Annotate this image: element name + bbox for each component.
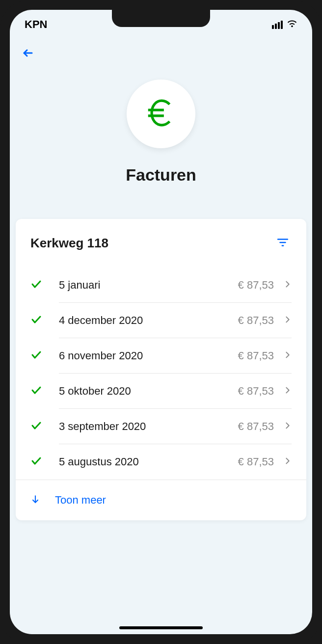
page-title: Facturen xyxy=(126,165,196,185)
invoice-date: 4 december 2020 xyxy=(59,314,238,327)
card-header: Kerkweg 118 xyxy=(16,219,306,268)
euro-icon xyxy=(144,96,178,132)
invoice-date: 5 januari xyxy=(59,279,238,292)
chevron-right-icon xyxy=(284,457,292,467)
nav-bar xyxy=(10,34,312,70)
invoice-amount: € 87,53 xyxy=(238,314,274,327)
header-icon-circle xyxy=(127,80,195,148)
phone-frame: KPN xyxy=(0,0,322,644)
card-title: Kerkweg 118 xyxy=(30,236,108,251)
invoice-item[interactable]: 3 september 2020 € 87,53 xyxy=(16,409,306,444)
home-indicator[interactable] xyxy=(119,626,203,629)
chevron-right-icon xyxy=(284,422,292,431)
check-icon xyxy=(30,349,44,363)
invoice-item[interactable]: 6 november 2020 € 87,53 xyxy=(16,338,306,374)
chevron-right-icon xyxy=(284,386,292,396)
invoices-card: Kerkweg 118 5 januari € 87,53 xyxy=(16,219,306,520)
invoice-item[interactable]: 5 augustus 2020 € 87,53 xyxy=(16,444,306,480)
signal-icon xyxy=(272,21,283,29)
wifi-icon xyxy=(287,18,297,31)
invoice-date: 5 oktober 2020 xyxy=(59,385,238,398)
chevron-right-icon xyxy=(284,351,292,361)
show-more-label: Toon meer xyxy=(55,494,106,507)
invoice-list: 5 januari € 87,53 4 december 2020 € 87,5… xyxy=(16,268,306,480)
phone-screen: KPN xyxy=(10,10,312,634)
check-icon xyxy=(30,314,44,327)
show-more-button[interactable]: Toon meer xyxy=(16,480,306,520)
filter-button[interactable] xyxy=(274,234,292,253)
invoice-amount: € 87,53 xyxy=(238,349,274,362)
invoice-date: 5 augustus 2020 xyxy=(59,456,238,468)
invoice-item[interactable]: 4 december 2020 € 87,53 xyxy=(16,303,306,338)
status-icons xyxy=(272,18,297,31)
invoice-item[interactable]: 5 oktober 2020 € 87,53 xyxy=(16,374,306,409)
check-icon xyxy=(30,384,44,398)
invoice-date: 3 september 2020 xyxy=(59,420,238,433)
chevron-right-icon xyxy=(284,280,292,290)
arrow-down-icon xyxy=(30,494,40,506)
page-header: Facturen xyxy=(10,70,312,204)
carrier-label: KPN xyxy=(25,18,47,31)
invoice-item[interactable]: 5 januari € 87,53 xyxy=(16,268,306,303)
invoice-amount: € 87,53 xyxy=(238,420,274,433)
phone-notch xyxy=(112,10,210,27)
chevron-right-icon xyxy=(284,316,292,325)
back-button[interactable] xyxy=(20,44,36,65)
check-icon xyxy=(30,455,44,469)
invoice-amount: € 87,53 xyxy=(238,385,274,398)
invoice-date: 6 november 2020 xyxy=(59,349,238,362)
check-icon xyxy=(30,278,44,292)
invoice-amount: € 87,53 xyxy=(238,456,274,468)
check-icon xyxy=(30,420,44,433)
invoice-amount: € 87,53 xyxy=(238,279,274,292)
